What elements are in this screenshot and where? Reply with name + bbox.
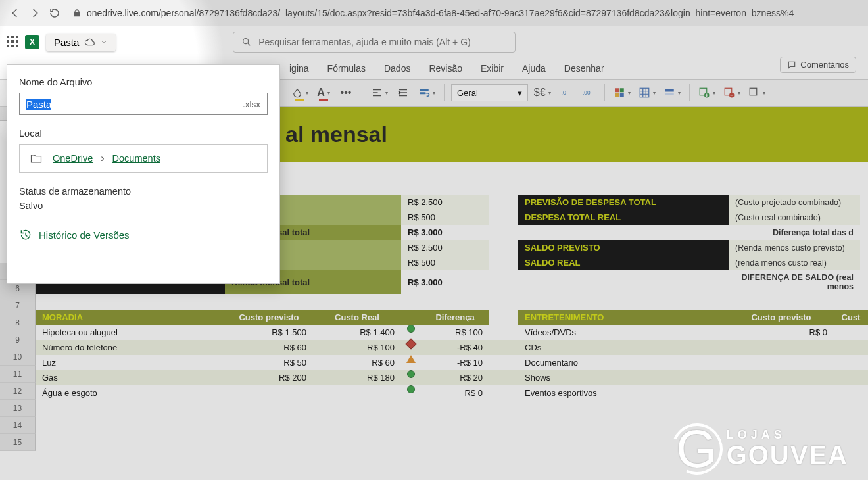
forward-icon[interactable]: [29, 7, 41, 19]
status-ok-icon: [407, 325, 415, 333]
font-color-button[interactable]: A▾: [314, 84, 333, 102]
filename-input-wrap: .xlsx: [19, 93, 268, 115]
cloud-sync-icon: [84, 37, 95, 47]
delete-cells-button[interactable]: ▾: [721, 84, 742, 102]
breadcrumb-link[interactable]: OneDrive: [53, 153, 93, 164]
svg-rect-16: [750, 88, 757, 95]
address-bar[interactable]: onedrive.live.com/personal/87297136fd8cd…: [68, 7, 859, 20]
svg-rect-5: [615, 88, 619, 92]
ribbon-tab[interactable]: Ajuda: [522, 63, 546, 74]
svg-rect-6: [619, 88, 623, 92]
decrease-decimal-button[interactable]: .0: [557, 84, 575, 102]
back-icon[interactable]: [9, 7, 21, 19]
lock-icon: [72, 9, 82, 18]
file-info-popover: Nome do Arquivo .xlsx Local OneDrive › D…: [7, 64, 280, 284]
watermark: G LOJASGOUVEA: [671, 423, 848, 475]
location-breadcrumb[interactable]: OneDrive › Documents: [19, 144, 268, 173]
number-format-label: Geral: [457, 88, 478, 98]
comments-label: Comentários: [800, 60, 849, 70]
comment-icon: [787, 60, 796, 70]
search-icon: [241, 37, 252, 47]
fill-color-button[interactable]: ▾: [289, 84, 310, 102]
format-table-button[interactable]: ▾: [637, 84, 658, 102]
svg-text:.0: .0: [561, 89, 566, 96]
comments-button[interactable]: Comentários: [780, 57, 856, 73]
saved-status: Salvo: [19, 201, 268, 211]
history-icon: [19, 228, 32, 241]
format-cells-button[interactable]: ▾: [746, 84, 767, 102]
svg-rect-1: [420, 89, 429, 91]
filename-text: Pasta: [54, 37, 79, 48]
search-placeholder: Pesquisar ferramentas, ajuda e muito mai…: [258, 37, 471, 47]
ribbon-tab[interactable]: Revisão: [429, 63, 462, 74]
filename-dropdown[interactable]: Pasta: [46, 34, 116, 51]
status-ok-icon: [407, 385, 415, 393]
storage-status-label: Status de armazenamento: [19, 186, 268, 197]
breadcrumb-link[interactable]: Documents: [112, 153, 160, 164]
number-format-select[interactable]: Geral▾: [451, 84, 528, 101]
svg-rect-2: [420, 92, 425, 94]
file-extension: .xlsx: [243, 99, 260, 109]
search-input[interactable]: Pesquisar ferramentas, ajuda e muito mai…: [233, 32, 516, 53]
svg-rect-10: [665, 89, 674, 92]
location-label: Local: [19, 128, 268, 139]
version-history-label: Histórico de Versões: [39, 229, 130, 241]
wrap-text-button[interactable]: ▾: [416, 84, 437, 102]
app-launcher-icon[interactable]: [5, 34, 21, 50]
status-warn-icon: [406, 355, 416, 363]
more-font-button[interactable]: •••: [337, 84, 355, 102]
browser-toolbar: onedrive.live.com/personal/87297136fd8cd…: [0, 0, 868, 26]
svg-rect-11: [665, 93, 674, 95]
folder-icon: [28, 152, 45, 165]
status-bad-icon: [406, 339, 417, 350]
ribbon-tab[interactable]: igina: [289, 63, 309, 74]
svg-rect-8: [619, 93, 623, 97]
currency-button[interactable]: $€▾: [532, 84, 553, 102]
indent-button[interactable]: [394, 84, 412, 102]
svg-rect-9: [640, 88, 649, 97]
cell-styles-button[interactable]: ▾: [662, 84, 683, 102]
ribbon-tab[interactable]: Dados: [384, 63, 410, 74]
url-text: onedrive.live.com/personal/87297136fd8cd…: [87, 8, 794, 18]
ribbon-tab[interactable]: Fórmulas: [327, 63, 366, 74]
ribbon-tab[interactable]: Desenhar: [564, 63, 604, 74]
chevron-down-icon: [100, 38, 108, 46]
status-ok-icon: [407, 370, 415, 378]
ribbon-tab[interactable]: Exibir: [481, 63, 504, 74]
excel-icon: X: [25, 35, 39, 49]
svg-text:.00: .00: [583, 90, 591, 96]
filename-input[interactable]: [26, 99, 243, 110]
svg-rect-7: [615, 93, 619, 97]
app-header: X Pasta Pesquisar ferramentas, ajuda e m…: [0, 26, 868, 58]
increase-decimal-button[interactable]: .00: [579, 84, 598, 102]
svg-point-0: [243, 39, 249, 44]
cond-format-button[interactable]: ▾: [612, 84, 633, 102]
insert-cells-button[interactable]: ▾: [696, 84, 717, 102]
version-history-link[interactable]: Histórico de Versões: [19, 228, 268, 241]
align-button[interactable]: ▾: [369, 84, 390, 102]
reload-icon[interactable]: [49, 7, 60, 19]
filename-label: Nome do Arquivo: [19, 77, 268, 87]
